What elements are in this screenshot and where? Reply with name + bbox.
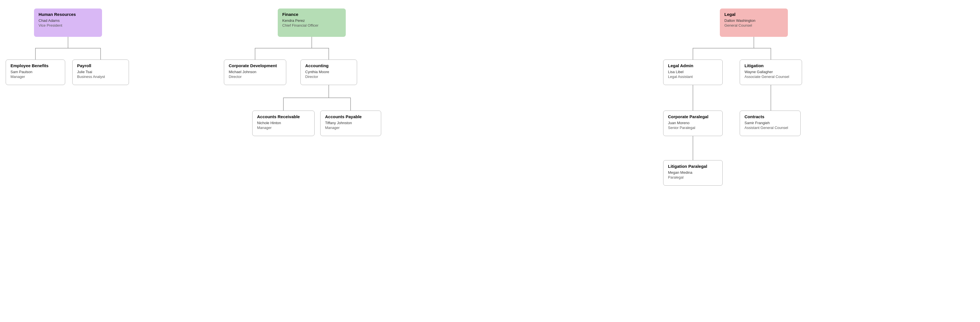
- node-corporate-development: Corporate Development Michael Johnson Di…: [224, 59, 286, 85]
- node-litigation-paralegal-role: Paralegal: [668, 175, 718, 179]
- node-employee-benefits-role: Manager: [11, 75, 60, 79]
- node-legal-admin-title: Legal Admin: [668, 63, 718, 68]
- node-payroll: Payroll Julie Tsai Business Analyst: [72, 59, 129, 85]
- node-accounts-receivable-name: Nichole Hinton: [257, 121, 310, 125]
- node-accounts-receivable-title: Accounts Receivable: [257, 114, 310, 119]
- node-accounting-name: Cynthia Moore: [305, 70, 352, 74]
- node-human-resources-name: Chad Adams: [38, 18, 97, 23]
- node-accounting: Accounting Cynthia Moore Director: [301, 59, 357, 85]
- node-employee-benefits-name: Sam Paulson: [11, 70, 60, 74]
- node-corporate-paralegal-role: Senior Paralegal: [668, 126, 718, 130]
- connectors: [0, 0, 980, 322]
- org-chart: Human Resources Chad Adams Vice Presiden…: [0, 0, 980, 322]
- node-contracts-name: Samir Frangieh: [745, 121, 796, 125]
- node-employee-benefits-title: Employee Benefits: [11, 63, 60, 68]
- node-human-resources: Human Resources Chad Adams Vice Presiden…: [34, 8, 102, 37]
- node-litigation: Litigation Wayne Gallagher Associate Gen…: [740, 59, 802, 85]
- node-contracts-title: Contracts: [745, 114, 796, 119]
- node-litigation-paralegal-name: Megan Medina: [668, 171, 718, 175]
- node-legal-name: Dalton Washington: [724, 18, 783, 23]
- node-corporate-development-title: Corporate Development: [229, 63, 282, 68]
- node-litigation-name: Wayne Gallagher: [745, 70, 797, 74]
- node-accounts-payable: Accounts Payable Tiffany Johnston Manage…: [320, 110, 381, 136]
- node-human-resources-title: Human Resources: [38, 12, 97, 17]
- node-corporate-development-name: Michael Johnson: [229, 70, 282, 74]
- node-corporate-paralegal-title: Corporate Paralegal: [668, 114, 718, 119]
- node-legal-admin-role: Legal Assistant: [668, 75, 718, 79]
- node-litigation-paralegal: Litigation Paralegal Megan Medina Parale…: [663, 160, 723, 186]
- node-human-resources-role: Vice President: [38, 23, 97, 27]
- node-legal-admin-name: Lisa Libel: [668, 70, 718, 74]
- node-legal-role: General Counsel: [724, 23, 783, 27]
- node-finance-title: Finance: [282, 12, 341, 17]
- node-contracts: Contracts Samir Frangieh Assistant Gener…: [740, 110, 800, 136]
- node-contracts-role: Assistant General Counsel: [745, 126, 796, 130]
- node-payroll-title: Payroll: [77, 63, 124, 68]
- node-payroll-name: Julie Tsai: [77, 70, 124, 74]
- node-legal: Legal Dalton Washington General Counsel: [720, 8, 788, 37]
- node-accounts-payable-role: Manager: [325, 126, 376, 130]
- node-legal-title: Legal: [724, 12, 783, 17]
- node-corporate-paralegal-name: Juan Moreno: [668, 121, 718, 125]
- node-litigation-paralegal-title: Litigation Paralegal: [668, 164, 718, 169]
- node-litigation-title: Litigation: [745, 63, 797, 68]
- node-litigation-role: Associate General Counsel: [745, 75, 797, 79]
- node-accounts-receivable-role: Manager: [257, 126, 310, 130]
- node-finance-role: Chief Financial Officer: [282, 23, 341, 27]
- node-accounts-receivable: Accounts Receivable Nichole Hinton Manag…: [252, 110, 315, 136]
- node-employee-benefits: Employee Benefits Sam Paulson Manager: [6, 59, 65, 85]
- node-finance-name: Kendra Perez: [282, 18, 341, 23]
- node-corporate-development-role: Director: [229, 75, 282, 79]
- node-finance: Finance Kendra Perez Chief Financial Off…: [278, 8, 346, 37]
- node-accounts-payable-name: Tiffany Johnston: [325, 121, 376, 125]
- node-accounting-role: Director: [305, 75, 352, 79]
- node-corporate-paralegal: Corporate Paralegal Juan Moreno Senior P…: [663, 110, 723, 136]
- node-payroll-role: Business Analyst: [77, 75, 124, 79]
- node-accounts-payable-title: Accounts Payable: [325, 114, 376, 119]
- node-accounting-title: Accounting: [305, 63, 352, 68]
- node-legal-admin: Legal Admin Lisa Libel Legal Assistant: [663, 59, 723, 85]
